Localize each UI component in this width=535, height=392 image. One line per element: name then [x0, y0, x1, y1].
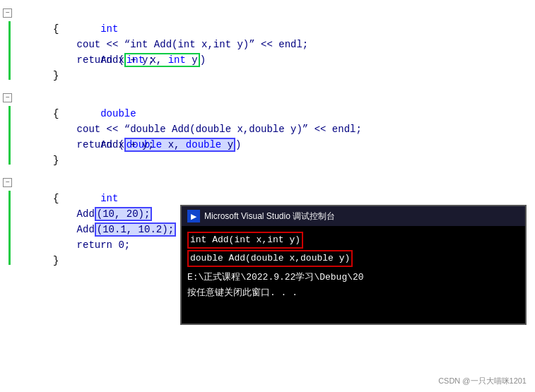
code-line-func2-header: double Add(double x, double y): [14, 90, 535, 106]
console-line-4: 按任意键关闭此窗口. . .: [187, 285, 519, 301]
code-line-brace2-close: }: [14, 153, 535, 168]
code-line-return2: return x + y;: [14, 137, 535, 153]
code-line-cout1: cout << “int Add(int x,int y)” << endl;: [14, 37, 535, 52]
collapse-icon-3[interactable]: −: [3, 178, 12, 187]
console-title: Microsoft Visual Studio 调试控制台: [204, 210, 335, 222]
func-block-2: − double Add(double x, double y) { cout …: [0, 90, 535, 168]
empty-line-1: [0, 83, 535, 90]
code-line-cout2: cout << “double Add(double x,double y)” …: [14, 121, 535, 137]
console-titlebar: ▶ Microsoft Visual Studio 调试控制台: [182, 206, 525, 226]
code-line-main-header: int main(): [14, 175, 535, 191]
code-line-func1-header: int Add(int x, int y): [14, 6, 535, 21]
code-line-brace2-open: {: [14, 106, 535, 121]
code-line-brace1-close: }: [14, 68, 535, 83]
empty-line-2: [0, 168, 535, 175]
call-highlight-1: (10, 20);: [95, 207, 153, 221]
editor-area: − int Add(int x, int y) { cout << “int A…: [0, 0, 535, 392]
call-highlight-2: (10.1, 10.2);: [95, 222, 176, 237]
console-icon: ▶: [187, 210, 200, 222]
code-line-brace1-open: {: [14, 21, 535, 37]
func-block-1: − int Add(int x, int y) { cout << “int A…: [0, 6, 535, 83]
collapse-icon-2[interactable]: −: [3, 93, 12, 102]
watermark: CSDN @一只大喵咪1201: [438, 376, 527, 386]
code-line-brace3-open: {: [14, 191, 535, 206]
console-popup: ▶ Microsoft Visual Studio 调试控制台 int Add(…: [180, 205, 527, 325]
watermark-text: CSDN @一只大喵咪1201: [438, 376, 527, 385]
console-hl-2: double Add(double x,double y): [187, 250, 353, 267]
collapse-icon-1[interactable]: −: [3, 8, 12, 18]
console-line-3: E:\正式课程\2022.9.22学习\Debug\20: [187, 270, 519, 285]
console-line-1: int Add(int x,int y): [187, 230, 519, 249]
console-body: int Add(int x,int y) double Add(double x…: [182, 226, 525, 305]
console-hl-1: int Add(int x,int y): [187, 232, 303, 249]
console-line-2: double Add(double x,double y): [187, 250, 519, 267]
code-line-return1: return x + y;: [14, 52, 535, 68]
